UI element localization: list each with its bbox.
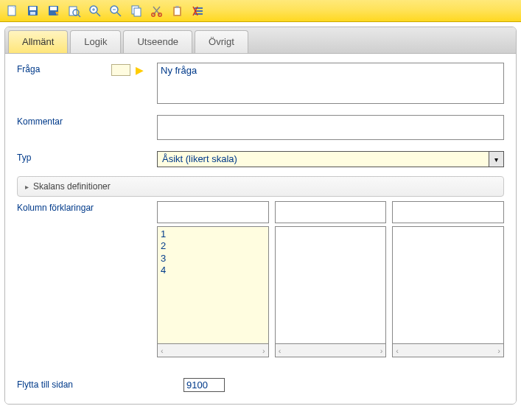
copy-icon[interactable] xyxy=(127,1,146,21)
col2-list[interactable] xyxy=(275,226,387,344)
zoom-in-icon[interactable] xyxy=(85,1,105,21)
tab-allmant[interactable]: Allmänt xyxy=(8,30,68,53)
typ-value: Åsikt (likert skala) xyxy=(158,152,489,167)
col1-header-input[interactable] xyxy=(157,201,269,223)
save-icon[interactable] xyxy=(24,1,43,21)
clear-format-icon[interactable] xyxy=(189,1,208,21)
svg-rect-5 xyxy=(50,7,57,10)
new-icon[interactable] xyxy=(3,1,22,21)
svg-rect-21 xyxy=(175,8,180,15)
caret-right-icon: ▸ xyxy=(25,183,29,191)
svg-rect-22 xyxy=(175,6,179,8)
skalans-label: Skalans definitioner xyxy=(33,181,111,192)
tab-row: Allmänt Logik Utseende Övrigt xyxy=(5,27,516,54)
cut-icon[interactable] xyxy=(147,1,167,21)
zoom-out-icon[interactable] xyxy=(106,1,125,21)
flytta-input[interactable] xyxy=(183,378,225,392)
color-chip[interactable] xyxy=(111,64,130,76)
tab-container: Allmänt Logik Utseende Övrigt Fråga ▶ Ko… xyxy=(4,27,517,405)
list-item[interactable]: 4 xyxy=(161,265,265,276)
save-as-icon[interactable] xyxy=(44,1,63,21)
tab-logik[interactable]: Logik xyxy=(70,30,121,53)
flytta-label: Flytta till sidan xyxy=(17,378,183,390)
col3-hscroll[interactable]: ‹› xyxy=(392,344,504,357)
fraga-input[interactable] xyxy=(157,63,504,104)
svg-line-10 xyxy=(97,13,100,16)
tab-ovrigt[interactable]: Övrigt xyxy=(195,30,248,53)
typ-label: Typ xyxy=(17,151,157,163)
svg-rect-2 xyxy=(29,7,36,10)
col3-list[interactable] xyxy=(392,226,504,344)
typ-select[interactable]: Åsikt (likert skala) ▾ xyxy=(157,151,504,167)
fraga-label: Fråga xyxy=(17,64,40,74)
svg-line-14 xyxy=(117,13,121,16)
paste-icon[interactable] xyxy=(168,1,187,21)
tab-body: Fråga ▶ Kommentar Typ Åsikt (likert skal… xyxy=(5,54,516,404)
kolumn-label: Kolumn förklaringar xyxy=(17,201,157,213)
kommentar-input[interactable] xyxy=(157,115,504,140)
svg-rect-3 xyxy=(30,12,35,15)
kommentar-label: Kommentar xyxy=(17,115,157,127)
skalans-accordion[interactable]: ▸ Skalans definitioner xyxy=(17,176,504,197)
col1-list[interactable]: 1 2 3 4 xyxy=(157,226,269,344)
chevron-down-icon[interactable]: ▾ xyxy=(489,152,503,167)
list-item[interactable]: 3 xyxy=(161,253,265,265)
col1-hscroll[interactable]: ‹› xyxy=(157,344,269,357)
tab-utseende[interactable]: Utseende xyxy=(123,30,192,53)
list-item[interactable]: 1 xyxy=(161,228,265,240)
list-item[interactable]: 2 xyxy=(161,240,265,252)
svg-line-8 xyxy=(78,15,80,17)
col3-header-input[interactable] xyxy=(392,201,504,223)
svg-rect-17 xyxy=(134,8,141,16)
col2-hscroll[interactable]: ‹› xyxy=(275,344,387,357)
col2-header-input[interactable] xyxy=(275,201,387,223)
toolbar xyxy=(0,0,521,22)
find-icon[interactable] xyxy=(65,1,84,21)
arrow-right-icon[interactable]: ▶ xyxy=(136,64,144,76)
